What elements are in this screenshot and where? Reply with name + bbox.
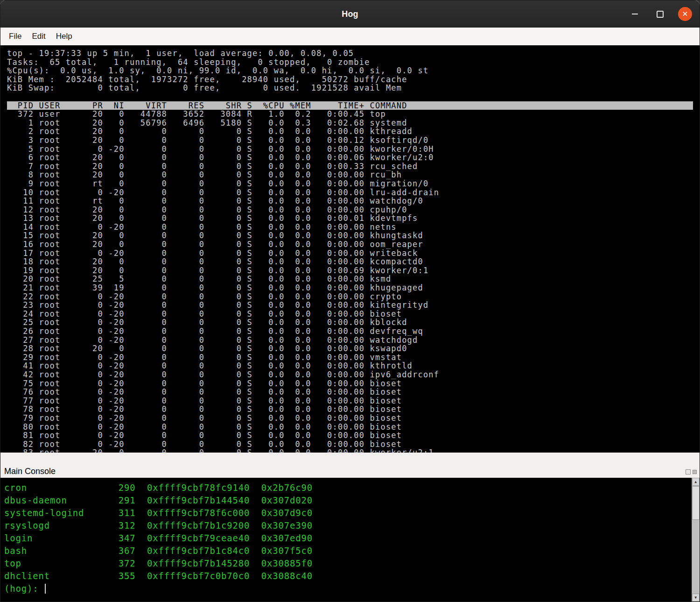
process-row: 41 root 0 -20 0 0 0 S 0.0 0.0 0:00.00 kt… — [7, 361, 693, 370]
process-row: 1 root 20 0 56796 6496 5180 S 0.0 0.3 0:… — [7, 119, 693, 127]
process-row: 21 root 39 19 0 0 0 S 0.0 0.0 0:00.00 kh… — [7, 283, 693, 292]
process-row: 27 root 0 -20 0 0 0 S 0.0 0.0 0:00.00 wa… — [7, 336, 693, 345]
process-row: 3 root 20 0 0 0 0 S 0.0 0.0 0:00.12 ksof… — [7, 136, 693, 145]
detach-pane-icon[interactable] — [686, 469, 691, 475]
console-scrollbar[interactable]: ▲ ▼ — [692, 478, 700, 602]
process-row: 25 root 0 -20 0 0 0 S 0.0 0.0 0:00.00 kb… — [7, 318, 693, 327]
close-pane-icon[interactable] — [693, 470, 697, 474]
process-row: 19 root 20 0 0 0 0 S 0.0 0.0 0:00.69 kwo… — [7, 266, 693, 275]
console-title: Main Console — [4, 467, 56, 476]
process-row: 26 root 0 -20 0 0 0 S 0.0 0.0 0:00.00 de… — [7, 327, 693, 336]
console-line: cron 290 0xffff9cbf78fc9140 0x2b76c90 — [4, 482, 687, 494]
titlebar[interactable]: Hog ✕ — [0, 0, 700, 28]
menu-edit[interactable]: Edit — [32, 32, 45, 41]
maximize-icon — [657, 11, 664, 18]
menu-file[interactable]: File — [9, 32, 21, 41]
arrow-down-icon: ▼ — [694, 596, 697, 600]
process-row: 5 root 0 -20 0 0 0 S 0.0 0.0 0:00.00 kwo… — [7, 145, 693, 154]
maximize-button[interactable] — [653, 7, 667, 21]
process-row: 10 root 0 -20 0 0 0 S 0.0 0.0 0:00.00 lr… — [7, 188, 693, 197]
console-line: bash 367 0xffff9cbf7b1c84c0 0x307f5c0 — [4, 545, 687, 557]
process-row: 372 user 20 0 44788 3652 3084 R 1.0 0.2 … — [7, 110, 693, 119]
top-summary: top - 19:37:33 up 5 min, 1 user, load av… — [7, 49, 693, 92]
console-line: rsyslogd 312 0xffff9cbf7b1c9200 0x307e39… — [4, 519, 687, 532]
process-row: 77 root 0 -20 0 0 0 S 0.0 0.0 0:00.00 bi… — [7, 397, 693, 405]
console-line: dbus-daemon 291 0xffff9cbf7b144540 0x307… — [4, 494, 687, 507]
top-summary-line: %Cpu(s): 0.0 us, 1.0 sy, 0.0 ni, 99.0 id… — [7, 66, 693, 75]
process-row: 22 root 0 -20 0 0 0 S 0.0 0.0 0:00.00 cr… — [7, 292, 693, 301]
pane-icons — [686, 469, 697, 476]
top-summary-line: top - 19:37:33 up 5 min, 1 user, load av… — [7, 49, 693, 58]
console-header: Main Console — [0, 453, 700, 478]
process-row: 76 root 0 -20 0 0 0 S 0.0 0.0 0:00.00 bi… — [7, 388, 693, 397]
top-summary-line: KiB Mem : 2052484 total, 1973272 free, 2… — [7, 75, 693, 84]
process-row: 11 root rt 0 0 0 0 S 0.0 0.0 0:00.00 wat… — [7, 197, 693, 205]
process-row: 16 root 20 0 0 0 0 S 0.0 0.0 0:00.00 oom… — [7, 240, 693, 249]
process-row: 81 root 0 -20 0 0 0 S 0.0 0.0 0:00.00 bi… — [7, 431, 693, 440]
process-row: 83 root 20 0 0 0 0 S 0.0 0.0 0:00.00 kwo… — [7, 448, 693, 453]
menu-help[interactable]: Help — [56, 32, 72, 41]
prompt-label: (hog): — [4, 582, 44, 595]
process-row: 14 root 0 -20 0 0 0 S 0.0 0.0 0:00.00 ne… — [7, 223, 693, 232]
process-row: 80 root 0 -20 0 0 0 S 0.0 0.0 0:00.00 bi… — [7, 423, 693, 432]
blank-line — [7, 92, 693, 101]
app-window: Hog ✕ File Edit Help top - 19:37:33 up 5… — [0, 0, 700, 602]
console-output: cron 290 0xffff9cbf78fc9140 0x2b76c90dbu… — [4, 482, 687, 582]
console-line: systemd-logind 311 0xffff9cbf78f6c000 0x… — [4, 507, 687, 519]
top-summary-line: Tasks: 65 total, 1 running, 64 sleeping,… — [7, 58, 693, 67]
console-line: login 347 0xffff9cbf79ceae40 0x307ed90 — [4, 532, 687, 545]
process-row: 24 root 0 -20 0 0 0 S 0.0 0.0 0:00.00 bi… — [7, 310, 693, 319]
text-cursor — [45, 584, 46, 594]
minimize-button[interactable] — [628, 7, 642, 21]
process-row: 78 root 0 -20 0 0 0 S 0.0 0.0 0:00.00 bi… — [7, 405, 693, 414]
process-row: 82 root 0 -20 0 0 0 S 0.0 0.0 0:00.00 bi… — [7, 440, 693, 449]
process-row: 42 root 0 -20 0 0 0 S 0.0 0.0 0:00.00 ip… — [7, 370, 693, 379]
process-row: 12 root 20 0 0 0 0 S 0.0 0.0 0:00.00 cpu… — [7, 205, 693, 214]
prompt-line: (hog): — [4, 582, 687, 595]
scrollbar-thumb[interactable] — [692, 486, 700, 520]
window-controls: ✕ — [628, 7, 700, 21]
window-title: Hog — [342, 9, 358, 19]
process-row: 18 root 20 0 0 0 0 S 0.0 0.0 0:00.00 kco… — [7, 257, 693, 266]
process-row: 79 root 0 -20 0 0 0 S 0.0 0.0 0:00.00 bi… — [7, 414, 693, 423]
process-table-header: PID USER PR NI VIRT RES SHR S %CPU %MEM … — [7, 101, 693, 110]
process-row: 23 root 0 -20 0 0 0 S 0.0 0.0 0:00.00 ki… — [7, 301, 693, 310]
close-button[interactable]: ✕ — [678, 7, 692, 21]
process-row: 13 root 20 0 0 0 0 S 0.0 0.0 0:00.01 kde… — [7, 214, 693, 223]
console-line: dhclient 355 0xffff9cbf7c0b70c0 0x3088c4… — [4, 570, 687, 582]
process-row: 29 root 0 -20 0 0 0 S 0.0 0.0 0:00.00 vm… — [7, 353, 693, 362]
process-row: 9 root rt 0 0 0 0 S 0.0 0.0 0:00.00 migr… — [7, 179, 693, 188]
process-row: 7 root 20 0 0 0 0 S 0.0 0.0 0:00.33 rcu_… — [7, 162, 693, 171]
minimize-icon — [632, 14, 638, 14]
process-table: 372 user 20 0 44788 3652 3084 R 1.0 0.2 … — [7, 110, 693, 453]
arrow-up-icon: ▲ — [694, 480, 697, 484]
top-summary-line: KiB Swap: 0 total, 0 free, 0 used. 19215… — [7, 84, 693, 92]
process-row: 75 root 0 -20 0 0 0 S 0.0 0.0 0:00.00 bi… — [7, 379, 693, 388]
top-terminal-pane[interactable]: top - 19:37:33 up 5 min, 1 user, load av… — [0, 45, 700, 453]
process-row: 17 root 0 -20 0 0 0 S 0.0 0.0 0:00.00 wr… — [7, 249, 693, 258]
close-icon: ✕ — [682, 10, 688, 17]
scroll-down-button[interactable]: ▼ — [692, 594, 700, 602]
scrollbar-track[interactable] — [692, 486, 700, 594]
process-row: 2 root 20 0 0 0 0 S 0.0 0.0 0:00.00 kthr… — [7, 127, 693, 136]
process-row: 28 root 20 0 0 0 0 S 0.0 0.0 0:00.00 ksw… — [7, 344, 693, 353]
process-row: 8 root 20 0 0 0 0 S 0.0 0.0 0:00.00 rcu_… — [7, 170, 693, 179]
process-row: 20 root 25 5 0 0 0 S 0.0 0.0 0:00.00 ksm… — [7, 275, 693, 283]
main-console-pane[interactable]: cron 290 0xffff9cbf78fc9140 0x2b76c90dbu… — [0, 478, 700, 602]
console-line: top 372 0xffff9cbf7b145280 0x30885f0 — [4, 557, 687, 570]
scroll-up-button[interactable]: ▲ — [692, 478, 700, 486]
process-row: 6 root 20 0 0 0 0 S 0.0 0.0 0:00.06 kwor… — [7, 153, 693, 162]
menubar: File Edit Help — [0, 28, 700, 45]
process-row: 15 root 20 0 0 0 0 S 0.0 0.0 0:00.00 khu… — [7, 231, 693, 240]
